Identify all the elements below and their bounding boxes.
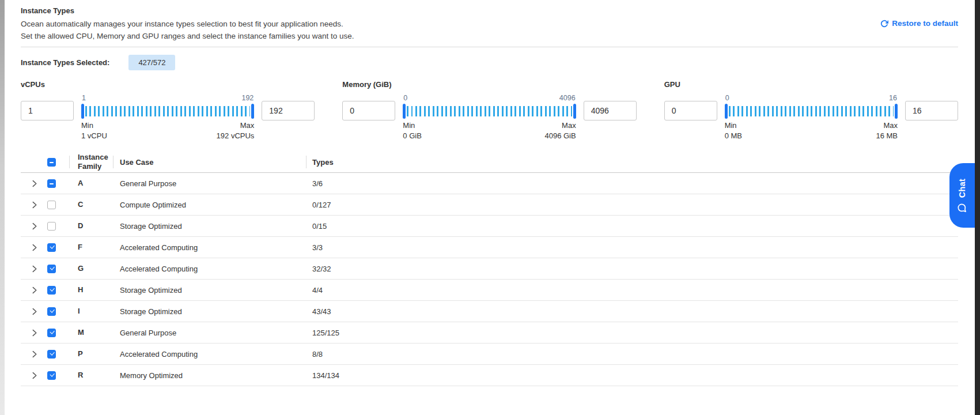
expand-row-button[interactable] <box>28 284 40 296</box>
instance-family-cell: G <box>70 264 113 273</box>
gpu-scale-max: 16 <box>889 94 897 104</box>
chevron-right-icon <box>31 180 38 187</box>
selected-count-badge: 427/572 <box>128 55 175 70</box>
row-checkbox[interactable] <box>47 329 56 337</box>
instance-family-cell: I <box>70 307 113 316</box>
memory-minmax-captions: Min Max <box>403 121 576 130</box>
vcpus-range-track[interactable] <box>81 104 254 119</box>
use-case-cell: General Purpose <box>113 179 306 188</box>
vcpus-title: vCPUs <box>21 80 315 89</box>
gpu-max-input[interactable] <box>905 101 958 120</box>
page-title: Instance Types <box>21 6 354 15</box>
row-checkbox[interactable] <box>47 265 56 273</box>
memory-min-caption: Min <box>403 121 415 130</box>
memory-range-track[interactable] <box>403 104 576 119</box>
chevron-right-icon <box>31 286 38 294</box>
vcpus-min-handle[interactable] <box>81 104 84 119</box>
row-checkbox[interactable] <box>47 371 56 380</box>
row-checkbox[interactable] <box>47 350 56 359</box>
chat-button[interactable]: Chat <box>949 163 975 228</box>
memory-max-input[interactable] <box>584 101 637 120</box>
selected-count-row: Instance Types Selected: 427/572 <box>21 55 958 70</box>
row-checkbox[interactable] <box>47 222 56 231</box>
types-count-cell: 4/4 <box>307 286 958 295</box>
left-edge-strip <box>0 0 5 415</box>
table-row: M General Purpose 125/125 <box>21 322 958 344</box>
gpu-max-caption: Max <box>883 121 898 130</box>
instance-family-cell: C <box>70 200 113 209</box>
memory-min-input[interactable] <box>342 101 395 120</box>
expand-row-button[interactable] <box>28 199 40 210</box>
vcpus-min-input[interactable] <box>21 101 74 120</box>
use-case-cell: Memory Optimized <box>113 371 306 380</box>
gpu-title: GPU <box>664 80 958 89</box>
table-row: D Storage Optimized 0/15 <box>21 216 958 237</box>
memory-min-handle[interactable] <box>403 104 406 119</box>
description-line-2: Set the allowed CPU, Memory and GPU rang… <box>21 30 354 42</box>
row-checkbox[interactable] <box>47 307 56 316</box>
expand-row-button[interactable] <box>28 263 40 274</box>
instance-family-cell: R <box>70 371 113 380</box>
types-count-cell: 0/127 <box>307 201 958 209</box>
restore-to-default-button[interactable]: Restore to default <box>880 19 958 28</box>
chevron-right-icon <box>31 372 38 379</box>
expand-row-button[interactable] <box>28 348 40 360</box>
memory-slider: 0 4096 Min Max 0 GiB <box>403 94 576 140</box>
gpu-tick-marks <box>729 106 894 116</box>
gpu-min-sub: 0 MB <box>725 131 742 140</box>
expand-row-button[interactable] <box>28 178 40 189</box>
vcpus-minmax-captions: Min Max <box>81 121 254 130</box>
use-case-cell: General Purpose <box>113 329 306 337</box>
use-case-cell: Accelerated Computing <box>113 350 306 359</box>
types-count-cell: 3/6 <box>307 179 958 188</box>
gpu-minmax-captions: Min Max <box>725 121 898 130</box>
vcpus-min-caption: Min <box>81 121 93 130</box>
gpu-range-track[interactable] <box>725 104 898 119</box>
gpu-min-handle[interactable] <box>725 104 728 119</box>
instance-family-cell: A <box>70 179 113 188</box>
expand-row-button[interactable] <box>28 242 40 253</box>
column-header-instance-family: Instance Family <box>70 153 113 171</box>
row-checkbox[interactable] <box>47 201 56 209</box>
expand-row-button[interactable] <box>28 305 40 317</box>
vcpus-min-sub: 1 vCPU <box>81 131 107 140</box>
select-all-cell <box>47 158 69 167</box>
row-checkbox[interactable] <box>47 179 56 188</box>
memory-max-handle[interactable] <box>573 104 576 119</box>
select-all-checkbox[interactable] <box>47 158 56 167</box>
memory-tick-marks <box>407 106 572 116</box>
types-count-cell: 0/15 <box>307 222 958 231</box>
expand-row-button[interactable] <box>28 369 40 381</box>
row-checkbox[interactable] <box>47 243 56 252</box>
chevron-right-icon <box>31 201 38 209</box>
expand-row-button[interactable] <box>28 220 40 232</box>
vcpus-max-caption: Max <box>240 121 255 130</box>
description: Ocean automatically manages your instanc… <box>21 18 354 42</box>
instance-types-page: Instance Types Ocean automatically manag… <box>0 0 980 415</box>
gpu-min-input[interactable] <box>664 101 717 120</box>
memory-scale-min: 0 <box>403 94 407 104</box>
vcpus-max-handle[interactable] <box>251 104 254 119</box>
refresh-icon <box>880 20 888 28</box>
types-count-cell: 134/134 <box>307 371 958 380</box>
use-case-cell: Storage Optimized <box>113 286 306 295</box>
chevron-right-icon <box>31 350 38 358</box>
column-header-types: Types <box>307 158 958 167</box>
gpu-slider: 0 16 Min Max 0 MB <box>725 94 898 140</box>
chat-bubble-icon <box>958 203 967 213</box>
instance-family-cell: H <box>70 285 113 295</box>
expand-row-button[interactable] <box>28 327 40 338</box>
table-row: R Memory Optimized 134/134 <box>21 365 958 386</box>
chevron-right-icon <box>31 308 38 315</box>
range-sliders-section: vCPUs 1 192 Min <box>21 80 958 140</box>
instance-family-cell: D <box>70 221 113 231</box>
vcpus-max-input[interactable] <box>262 101 315 120</box>
selected-count-label: Instance Types Selected: <box>21 58 109 67</box>
gpu-min-caption: Min <box>725 121 737 130</box>
gpu-max-handle[interactable] <box>895 104 898 119</box>
row-checkbox[interactable] <box>47 286 56 295</box>
types-count-cell: 3/3 <box>307 243 958 252</box>
instance-family-cell: F <box>70 243 113 252</box>
table-row: C Compute Optimized 0/127 <box>21 194 958 216</box>
table-row: H Storage Optimized 4/4 <box>21 280 958 301</box>
